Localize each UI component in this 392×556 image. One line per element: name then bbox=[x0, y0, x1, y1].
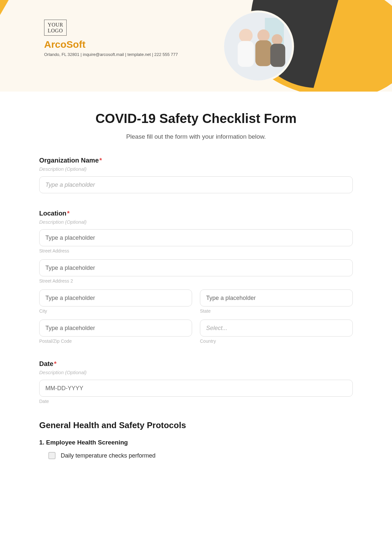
field-description: Description (Optional) bbox=[39, 219, 353, 225]
svg-point-6 bbox=[272, 34, 283, 45]
field-date: Date* Description (Optional) Date bbox=[39, 360, 353, 404]
state-input[interactable] bbox=[200, 289, 353, 306]
form-title: COVID-19 Safety Checklist Form bbox=[39, 111, 353, 126]
svg-point-4 bbox=[257, 29, 270, 42]
brand-contact-line: Orlando, FL 32801 | inquire@arcosoft.mai… bbox=[44, 52, 178, 57]
form-body: COVID-19 Safety Checklist Form Please fi… bbox=[0, 92, 392, 472]
label-text: Organization Name bbox=[39, 157, 99, 164]
decorative-stripe bbox=[0, 0, 11, 92]
field-organization-name: Organization Name* Description (Optional… bbox=[39, 157, 353, 193]
sublabel-street-address-2: Street Address 2 bbox=[39, 278, 353, 284]
svg-rect-5 bbox=[255, 40, 272, 66]
field-label: Organization Name* bbox=[39, 157, 353, 164]
header-photo bbox=[222, 10, 294, 82]
street-address-input[interactable] bbox=[39, 229, 353, 246]
logo-text-line2: LOGO bbox=[48, 28, 63, 33]
label-text: Location bbox=[39, 210, 66, 217]
required-mark: * bbox=[99, 157, 102, 164]
checklist-row: Daily temperature checks performed bbox=[39, 452, 353, 459]
label-text: Date bbox=[39, 360, 53, 367]
field-location: Location* Description (Optional) Street … bbox=[39, 210, 353, 344]
brand-block: YOUR LOGO ArcoSoft Orlando, FL 32801 | i… bbox=[44, 20, 178, 57]
logo-placeholder: YOUR LOGO bbox=[44, 20, 67, 36]
postal-code-input[interactable] bbox=[39, 320, 192, 337]
field-label: Location* bbox=[39, 210, 353, 217]
svg-point-2 bbox=[239, 29, 253, 43]
checkbox-temperature-checks[interactable] bbox=[48, 452, 56, 459]
organization-name-input[interactable] bbox=[39, 176, 353, 193]
sublabel-state: State bbox=[200, 308, 353, 314]
header-banner: YOUR LOGO ArcoSoft Orlando, FL 32801 | i… bbox=[0, 0, 392, 92]
sublabel-country: Country bbox=[200, 339, 353, 344]
country-select[interactable] bbox=[200, 320, 353, 337]
field-label: Date* bbox=[39, 360, 353, 368]
brand-name: ArcoSoft bbox=[44, 39, 178, 50]
people-illustration-icon bbox=[224, 12, 292, 80]
field-description: Description (Optional) bbox=[39, 370, 353, 375]
field-description: Description (Optional) bbox=[39, 166, 353, 172]
sublabel-street-address: Street Address bbox=[39, 248, 353, 253]
form-subtitle: Please fill out the form with your infor… bbox=[39, 133, 353, 140]
decorative-stripe bbox=[0, 0, 19, 92]
required-mark: * bbox=[54, 360, 57, 367]
logo-text-line1: YOUR bbox=[48, 22, 63, 27]
required-mark: * bbox=[67, 210, 70, 217]
section-heading-protocols: General Health and Safety Protocols bbox=[39, 420, 353, 430]
street-address-2-input[interactable] bbox=[39, 259, 353, 276]
svg-rect-7 bbox=[270, 44, 285, 67]
city-input[interactable] bbox=[39, 289, 192, 306]
subsection-employee-health: 1. Employee Health Screening bbox=[39, 439, 353, 446]
date-input[interactable] bbox=[39, 380, 353, 397]
sublabel-postal: Postal/Zip Code bbox=[39, 339, 192, 344]
sublabel-city: City bbox=[39, 308, 192, 314]
sublabel-date: Date bbox=[39, 399, 353, 404]
svg-rect-3 bbox=[238, 41, 254, 67]
checkbox-label: Daily temperature checks performed bbox=[61, 452, 155, 459]
